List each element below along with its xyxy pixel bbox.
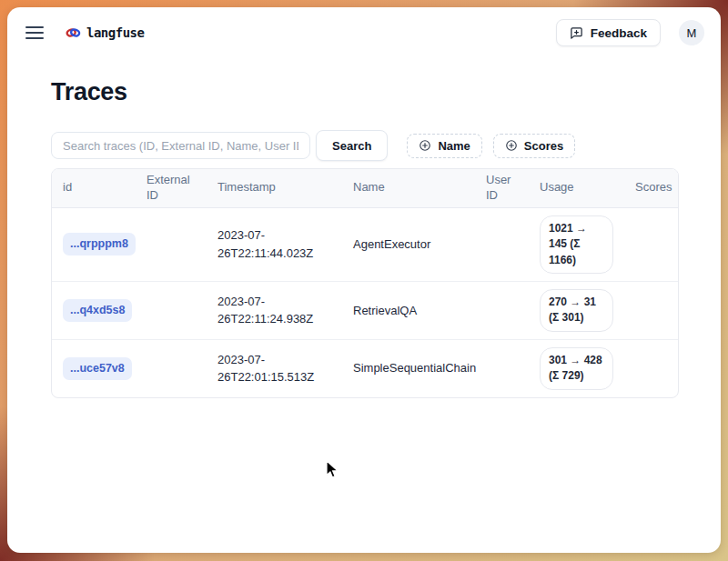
- column-header-name: Name: [342, 176, 475, 199]
- user-id-cell: [475, 361, 529, 376]
- external-id-cell: [136, 361, 207, 376]
- usage-cell: 301 → 428 (Σ 729): [529, 340, 624, 397]
- filter-name-label: Name: [438, 139, 470, 153]
- plus-circle-icon: [505, 139, 518, 152]
- name-cell: SimpleSequentialChain: [342, 352, 475, 385]
- scores-cell: [624, 237, 678, 252]
- column-header-user-id: User ID: [475, 169, 529, 207]
- timestamp-cell: 2023-07-26T22:11:44.023Z: [207, 219, 342, 269]
- menu-icon[interactable]: [25, 23, 47, 43]
- trace-id-link[interactable]: ...uce57v8: [63, 357, 132, 380]
- scores-cell: [624, 303, 678, 317]
- table-row[interactable]: ...uce57v8 2023-07-26T22:01:15.513Z Simp…: [52, 340, 678, 397]
- table-header-row: id External ID Timestamp Name User ID Us…: [52, 169, 678, 208]
- arrow-cursor: [325, 460, 341, 484]
- id-cell: ...uce57v8: [52, 350, 136, 387]
- user-id-cell: [475, 303, 529, 317]
- filter-scores-label: Scores: [524, 139, 563, 153]
- column-header-id: id: [52, 176, 136, 199]
- brand-wordmark: langfuse: [86, 25, 144, 40]
- message-plus-icon: [570, 26, 583, 40]
- external-id-cell: [136, 237, 207, 252]
- trace-id-link[interactable]: ...q4xd5s8: [63, 299, 132, 322]
- feedback-label: Feedback: [591, 26, 647, 40]
- usage-cell: 270 → 31 (Σ 301): [529, 282, 624, 339]
- usage-badge: 270 → 31 (Σ 301): [540, 289, 613, 332]
- app-window: langfuse Feedback M Traces Search: [7, 7, 721, 553]
- timestamp-cell: 2023-07-26T22:01:15.513Z: [207, 344, 342, 394]
- usage-cell: 1021 → 145 (Σ 1166): [529, 208, 624, 281]
- plus-circle-icon: [419, 139, 431, 152]
- search-row: Search Name Scores: [51, 130, 679, 161]
- trace-id-link[interactable]: ...qrpppm8: [63, 233, 136, 255]
- column-header-scores: Scores: [624, 176, 679, 199]
- table-row[interactable]: ...q4xd5s8 2023-07-26T22:11:24.938Z Retr…: [52, 282, 678, 340]
- id-cell: ...qrpppm8: [52, 225, 136, 263]
- table-body: ...qrpppm8 2023-07-26T22:11:44.023Z Agen…: [52, 208, 678, 397]
- scores-cell: [624, 361, 678, 376]
- column-header-external-id: External ID: [136, 169, 207, 207]
- user-id-cell: [475, 237, 529, 252]
- traces-table: id External ID Timestamp Name User ID Us…: [51, 168, 679, 398]
- search-input[interactable]: [51, 132, 310, 159]
- brand: langfuse: [66, 25, 144, 40]
- column-header-timestamp: Timestamp: [207, 176, 342, 199]
- top-bar: langfuse Feedback M: [7, 7, 721, 47]
- search-button[interactable]: Search: [316, 130, 388, 161]
- avatar[interactable]: M: [679, 20, 704, 45]
- table-row[interactable]: ...qrpppm8 2023-07-26T22:11:44.023Z Agen…: [52, 208, 678, 282]
- main-content: Traces Search Name Scores: [7, 78, 721, 398]
- column-header-usage: Usage: [529, 176, 624, 199]
- external-id-cell: [136, 303, 207, 317]
- usage-badge: 1021 → 145 (Σ 1166): [540, 215, 613, 274]
- timestamp-cell: 2023-07-26T22:11:24.938Z: [207, 286, 342, 336]
- page-title: Traces: [51, 78, 679, 106]
- id-cell: ...q4xd5s8: [52, 292, 136, 329]
- feedback-button[interactable]: Feedback: [556, 19, 661, 46]
- name-cell: AgentExecutor: [342, 228, 475, 261]
- langfuse-logo-icon: [66, 26, 81, 39]
- filter-name-button[interactable]: Name: [407, 134, 481, 158]
- filter-scores-button[interactable]: Scores: [493, 134, 575, 158]
- usage-badge: 301 → 428 (Σ 729): [540, 347, 613, 390]
- name-cell: RetrievalQA: [342, 295, 475, 327]
- avatar-initial: M: [687, 26, 697, 40]
